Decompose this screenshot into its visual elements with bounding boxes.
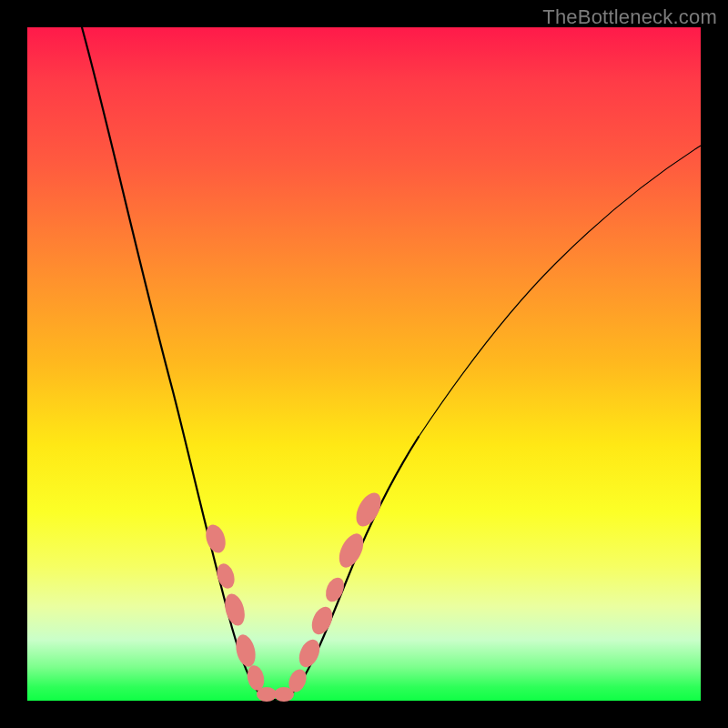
marker-left-4 [233,632,258,669]
plot-area [27,27,701,701]
chart-svg [27,27,701,701]
marker-right-2 [295,636,323,670]
watermark-text: TheBottleneck.com [542,5,717,29]
outer-frame: TheBottleneck.com [0,0,728,728]
marker-left-2 [214,561,238,591]
marker-left-3 [221,592,248,628]
marker-right-3 [308,603,336,637]
curve-right-branch-thick [275,437,419,700]
marker-bottom-1 [257,687,277,702]
curve-left-branch [82,27,275,700]
curve-right-branch-thin [419,146,701,437]
marker-right-6 [351,489,386,531]
marker-right-5 [334,530,368,571]
